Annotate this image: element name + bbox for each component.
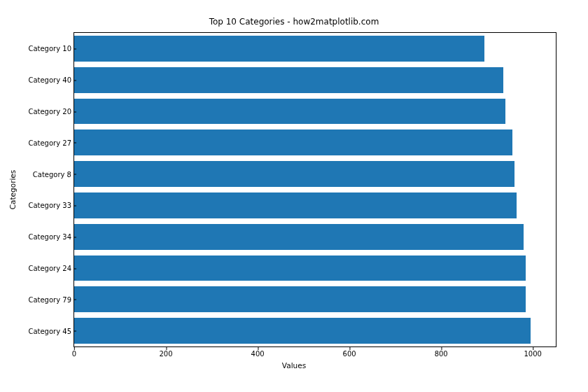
chart-title: Top 10 Categories - how2matplotlib.com xyxy=(0,17,588,27)
x-tick-label: 200 xyxy=(160,350,173,358)
y-tick: Category 45 xyxy=(28,327,71,335)
x-tick: 0 xyxy=(72,350,76,358)
bar xyxy=(74,36,484,62)
x-tick: 1000 xyxy=(524,350,542,358)
y-tick-label: Category 27 xyxy=(28,139,71,146)
y-tick: Category 24 xyxy=(28,265,71,272)
bar xyxy=(74,130,512,155)
bar xyxy=(74,286,526,312)
x-tick: 800 xyxy=(435,350,448,358)
y-tick-label: Category 33 xyxy=(28,202,71,209)
y-axis-label: Categories xyxy=(8,170,17,210)
plot-area xyxy=(74,32,556,347)
x-tick: 200 xyxy=(160,350,173,358)
y-tick-label: Category 10 xyxy=(28,45,71,52)
y-tick-label: Category 20 xyxy=(28,108,71,115)
y-tick-label: Category 24 xyxy=(28,265,71,272)
y-tick-label: Category 45 xyxy=(28,327,71,335)
bar xyxy=(74,99,505,125)
y-tick: Category 10 xyxy=(28,45,71,52)
y-tick: Category 34 xyxy=(28,233,71,241)
x-tick: 400 xyxy=(251,350,265,358)
y-tick: Category 40 xyxy=(28,76,71,84)
y-tick: Category 79 xyxy=(28,295,71,303)
x-tick-label: 600 xyxy=(343,350,356,358)
y-tick: Category 33 xyxy=(28,202,71,209)
bar xyxy=(74,318,531,344)
chart-figure: Top 10 Categories - how2matplotlib.com 0… xyxy=(0,0,588,392)
x-tick-label: 400 xyxy=(251,350,265,358)
x-tick: 600 xyxy=(343,350,356,358)
bar xyxy=(74,224,524,250)
bar xyxy=(74,192,517,218)
x-tick-label: 800 xyxy=(435,350,448,358)
y-tick-label: Category 79 xyxy=(28,295,71,303)
bar xyxy=(74,67,503,93)
x-axis-label: Values xyxy=(0,361,588,370)
y-tick-label: Category 40 xyxy=(28,76,71,84)
y-tick: Category 8 xyxy=(33,170,71,178)
y-tick: Category 20 xyxy=(28,108,71,115)
bar xyxy=(74,255,526,281)
y-tick-label: Category 8 xyxy=(33,170,71,178)
y-tick: Category 27 xyxy=(28,139,71,146)
bar xyxy=(74,161,514,187)
y-tick-label: Category 34 xyxy=(28,233,71,241)
x-tick-label: 1000 xyxy=(524,350,542,358)
bars-container xyxy=(74,33,556,346)
x-tick-label: 0 xyxy=(72,350,76,358)
